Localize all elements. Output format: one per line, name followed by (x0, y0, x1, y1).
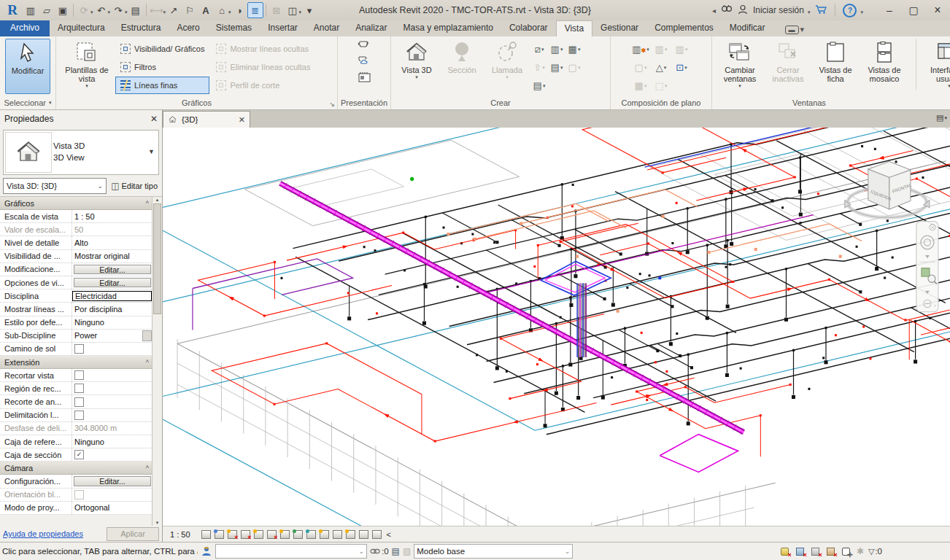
navigation-bar[interactable] (916, 221, 938, 311)
select-panel-label[interactable]: Seleccionar▾ (0, 96, 55, 109)
property-value[interactable]: Power (72, 331, 99, 340)
property-row[interactable]: Recortar vista (0, 369, 152, 382)
visibility-graphics-button[interactable]: Visibilidad/ Gráficos (115, 40, 209, 58)
graphics-panel-label[interactable]: Gráficos↘ (56, 96, 337, 109)
displaced-elements-icon[interactable] (358, 529, 370, 540)
render-dialog-icon[interactable] (252, 529, 265, 540)
edit-button[interactable]: Editar... (74, 278, 151, 288)
worksharing-display-icon[interactable] (344, 529, 357, 540)
property-checkbox[interactable] (74, 397, 84, 407)
worksets-icon[interactable] (201, 545, 212, 557)
show-hidden-lines-button[interactable]: Mostrar líneas ocultas (211, 40, 315, 58)
property-section-header[interactable]: Cámara^ (0, 462, 152, 475)
ribbon-tab-sistemas[interactable]: Sistemas (208, 20, 260, 36)
matchline-icon[interactable]: ⬚▾ (651, 77, 671, 95)
section-button[interactable]: Sección (440, 39, 484, 75)
reveal-hidden-icon[interactable] (318, 529, 331, 540)
property-row[interactable]: Sub-DisciplinePower (0, 330, 152, 343)
visual-style-icon[interactable] (213, 529, 225, 540)
reveal-constraints-icon[interactable] (371, 529, 383, 540)
ribbon-tab-acero[interactable]: Acero (169, 20, 207, 36)
scrollbar-thumb[interactable] (153, 203, 161, 314)
text-icon[interactable]: A (198, 2, 214, 18)
crop-region-visibility-icon[interactable] (279, 529, 291, 540)
property-row[interactable]: Nivel de detalleAlto (0, 236, 152, 249)
property-row[interactable]: Configuración...Editar... (0, 475, 152, 488)
property-row[interactable]: Orientación bl... (0, 489, 152, 502)
render-icon[interactable] (358, 39, 371, 52)
user-interface-button[interactable]: Interfaz de usuario ▾ (924, 39, 950, 90)
infocenter-collapse-icon[interactable]: ◂ (712, 7, 716, 15)
tab-views-button[interactable]: Vistas de ficha (812, 39, 859, 84)
ribbon-tab-masa-y-emplazamiento[interactable]: Masa y emplazamiento (395, 20, 501, 36)
shadows-icon[interactable]: × (239, 529, 252, 540)
scroll-up-icon[interactable]: ▴ (156, 197, 159, 203)
remove-hidden-lines-button[interactable]: Eliminar líneas ocultas (211, 58, 315, 76)
duplicate-view-icon[interactable]: ▦▾ (565, 40, 583, 58)
view-3d-button[interactable]: Vista 3D ▾ (395, 39, 439, 81)
view-lock-icon[interactable] (292, 529, 304, 540)
help-dropdown-icon[interactable]: ▾ (860, 9, 863, 15)
properties-scrollbar[interactable]: ▴ ▾ (152, 197, 162, 526)
design-options-icon[interactable]: ▤ (392, 546, 400, 556)
ribbon-tab-anotar[interactable]: Anotar (306, 20, 347, 36)
ribbon-tab-analizar[interactable]: Analizar (347, 20, 395, 36)
legends-icon[interactable]: ▤▾ (530, 77, 548, 95)
section-icon[interactable]: ◑ (231, 2, 247, 18)
view-tab-list-icon[interactable]: ▤▾ (936, 113, 947, 122)
property-checkbox[interactable]: ✓ (74, 450, 84, 459)
property-row[interactable]: Mostrar líneas ...Por disciplina (0, 303, 152, 316)
property-row[interactable]: DisciplinaElectricidad (0, 289, 152, 303)
ribbon-tab-gestionar[interactable]: Gestionar (592, 20, 646, 36)
editable-only-indicator[interactable]: :0 (370, 547, 389, 556)
type-selector[interactable]: Vista 3D 3D View ▼ (3, 130, 159, 175)
customize-qat-icon[interactable]: ▾ (301, 2, 317, 18)
sun-path-icon[interactable]: × (226, 529, 239, 540)
edit-button[interactable]: Editar... (74, 476, 151, 486)
property-row[interactable]: Estilo por defe...Ninguno (0, 316, 152, 330)
property-row[interactable]: Valor de escala...50 (0, 223, 152, 236)
measure-icon[interactable]: ⟷ (149, 2, 165, 18)
properties-help-link[interactable]: Ayuda de propiedades (3, 529, 83, 538)
property-value[interactable]: 1 : 50 (72, 212, 97, 221)
select-underlay-icon[interactable]: × (795, 546, 806, 557)
property-row[interactable]: Delimitación l... (0, 409, 152, 422)
ribbon-tab-insertar[interactable]: Insertar (260, 20, 306, 36)
search-icon[interactable] (721, 4, 733, 17)
ribbon-tab-modificar[interactable]: Modificar (722, 20, 773, 36)
help-icon[interactable]: ? (843, 4, 857, 18)
property-row[interactable]: Modo de proy...Ortogonal (0, 502, 152, 515)
property-row[interactable]: Desfase de deli...304.8000 m (0, 422, 152, 435)
view-tab-3d[interactable]: {3D} ✕ (163, 111, 250, 128)
properties-close-icon[interactable]: ✕ (150, 114, 158, 124)
ribbon-tab-complementos[interactable]: Complementos (646, 20, 722, 36)
ribbon-tab-archivo[interactable]: Archivo (0, 20, 50, 36)
select-by-face-icon[interactable]: × (825, 546, 837, 557)
revit-logo[interactable]: R (3, 2, 22, 18)
plan-views-icon[interactable]: ⧄▾ (530, 40, 548, 58)
redo-icon[interactable]: ↷ (110, 2, 126, 18)
ribbon-tab-colaborar[interactable]: Colaborar (501, 20, 556, 36)
sign-in-label[interactable]: Iniciar sesión (753, 5, 804, 15)
property-row[interactable]: Caja de refere...Ninguno (0, 435, 152, 448)
scroll-down-icon[interactable]: ▾ (156, 520, 159, 526)
switch-windows-button[interactable]: Cambiar ventanas ▾ (716, 39, 764, 90)
view-templates-button[interactable]: Plantillas de vista ▾ (60, 39, 114, 90)
hide-isolate-icon[interactable] (305, 529, 317, 540)
minimize-button[interactable]: – (880, 4, 899, 16)
new-sheet-icon[interactable]: ▥✱▾ (630, 40, 651, 58)
model-canvas[interactable]: IZQUIERDAFRONTAL (163, 128, 950, 526)
select-links-icon[interactable]: × (779, 546, 791, 557)
detail-level-icon[interactable] (200, 529, 212, 540)
sync-icon[interactable]: ⟳ (76, 2, 92, 18)
app-store-cart-icon[interactable] (815, 4, 827, 17)
elevation-icon[interactable]: ⇧▾ (530, 58, 548, 77)
value-browse-button[interactable] (142, 330, 152, 341)
callout-button[interactable]: Llamada ▾ (485, 39, 529, 81)
property-checkbox[interactable] (74, 411, 84, 420)
close-button[interactable]: × (928, 4, 947, 17)
sign-in-dropdown-icon[interactable]: ▾ (808, 9, 811, 15)
property-value[interactable]: Alto (72, 238, 90, 247)
view-reference-icon[interactable]: ⊡▾ (671, 58, 692, 77)
thin-lines-icon[interactable]: ≣ (247, 2, 263, 18)
